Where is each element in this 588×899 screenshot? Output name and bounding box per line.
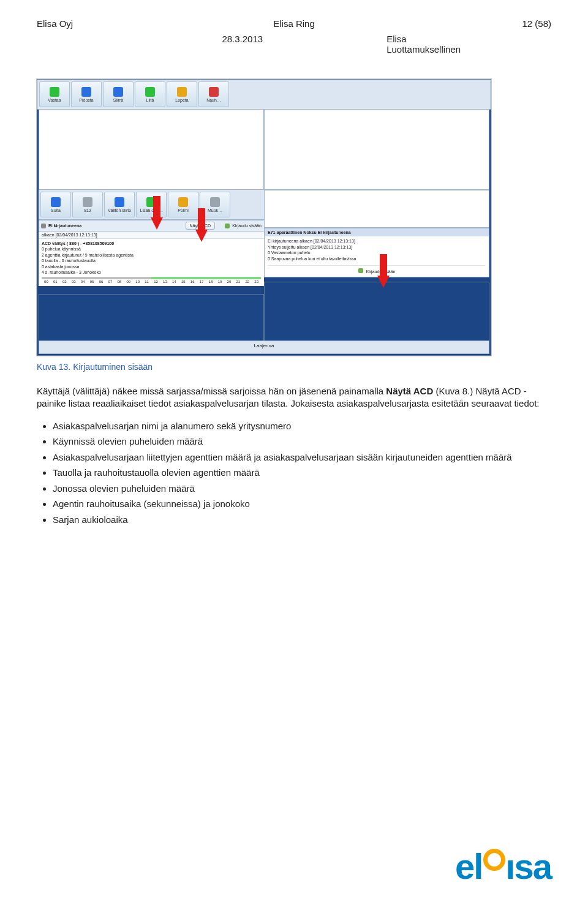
hour-cell: 23 bbox=[252, 277, 261, 284]
hour-cell: 06 bbox=[97, 277, 106, 284]
figure-caption: Kuva 13. Kirjautuminen sisään bbox=[37, 362, 551, 372]
agent-state: Ei kirjautuneena bbox=[48, 224, 81, 228]
page-header: Elisa Oyj Elisa Ring 12 (58) bbox=[37, 18, 551, 29]
hour-cell: 15 bbox=[179, 277, 188, 284]
header-product: Elisa Ring bbox=[208, 18, 380, 29]
hour-cell: 00 bbox=[42, 277, 51, 284]
header-page: 12 (58) bbox=[380, 18, 551, 29]
header-date: 28.3.2013 bbox=[37, 34, 386, 55]
toolbar-button[interactable]: Poimi bbox=[168, 192, 198, 217]
e71-info-line: 0 Vastaamaton puhelu bbox=[268, 250, 486, 255]
list-item: Asiakaspalvelusarjaan liitettyjen agentt… bbox=[53, 451, 551, 464]
toolbar-button[interactable]: Liitä bbox=[135, 81, 165, 107]
list-item: Käynnissä olevien puheluiden määrä bbox=[53, 435, 551, 448]
e71-info-line: Yhteys suljettu alkaen [02/04/2013 12:13… bbox=[268, 244, 486, 250]
toolbar-icon bbox=[51, 197, 61, 207]
header-brand: Elisa bbox=[386, 34, 407, 44]
annotation-arrow-icon bbox=[377, 276, 390, 288]
toolbar-button[interactable]: Lopeta bbox=[167, 81, 197, 107]
login-icon bbox=[358, 268, 363, 273]
acd-title: ACD välitys ( 880 ) - +358108509100 bbox=[42, 241, 261, 246]
blank-right-strip bbox=[264, 190, 489, 228]
toolbar-button[interactable]: Siirrä bbox=[103, 81, 134, 107]
acd-info-panel: ACD välitys ( 880 ) - +358108509100 0 pu… bbox=[39, 239, 264, 286]
acd-info-line: 0 asiakasta jonossa bbox=[42, 264, 261, 269]
e71-info-line: 0 Saapuvaa puhelua kun ei oltu tavoitett… bbox=[268, 256, 486, 261]
action-toolbar-wrap: Soita812Välitön siirtoLisää osa…PoimiMuo… bbox=[39, 190, 264, 286]
hour-cell: 02 bbox=[60, 277, 69, 284]
e71-info-panel: E71-aparaattinen Noksu Ei kirjautuneena … bbox=[264, 228, 489, 277]
toolbar-icon bbox=[145, 87, 155, 97]
hour-cell: 09 bbox=[124, 277, 133, 284]
login-icon bbox=[225, 224, 230, 228]
kirjaudu-button[interactable]: Kirjaudu sisään bbox=[232, 224, 262, 228]
hour-cell: 01 bbox=[51, 277, 60, 284]
e71-title: E71-aparaattinen Noksu Ei kirjautuneena bbox=[265, 228, 489, 236]
toolbar-button[interactable]: Soita bbox=[40, 192, 71, 217]
toolbar-button[interactable]: Lisää osa… bbox=[136, 192, 167, 217]
hour-cell: 13 bbox=[160, 277, 170, 284]
bullet-list: Asiakaspalvelusarjan nimi ja alanumero s… bbox=[37, 420, 551, 526]
list-item: Jonossa olevien puheluiden määrä bbox=[53, 483, 551, 495]
blue-lower-right bbox=[264, 282, 489, 344]
acd-hour-bar: 0001020304050607080910111213141516171819… bbox=[42, 277, 261, 284]
hour-cell: 18 bbox=[206, 277, 216, 284]
call-panel-right bbox=[264, 109, 489, 190]
hour-cell: 20 bbox=[224, 277, 233, 284]
hour-cell: 12 bbox=[151, 277, 160, 284]
blue-lower-left bbox=[39, 294, 264, 344]
hour-cell: 11 bbox=[142, 277, 151, 284]
list-item: Agentin rauhoitusaika (sekunneissa) ja j… bbox=[53, 498, 551, 510]
hour-cell: 21 bbox=[233, 277, 243, 284]
hour-cell: 16 bbox=[188, 277, 197, 284]
para-part1: Käyttäjä (välittäjä) näkee missä sarjass… bbox=[37, 386, 386, 396]
para-bold: Näytä ACD bbox=[386, 386, 433, 396]
hour-cell: 10 bbox=[133, 277, 142, 284]
hour-cell: 03 bbox=[69, 277, 78, 284]
toolbar-button[interactable]: Pidosta bbox=[71, 81, 102, 107]
toolbar-icon bbox=[210, 197, 220, 207]
app-screenshot: VastaaPidostaSiirräLiitäLopetaNauh… Soit… bbox=[37, 79, 491, 356]
acd-info-line: 0 tauolla - 0 rauhoitustauolla bbox=[42, 258, 261, 263]
list-item: Asiakaspalvelusarjan nimi ja alanumero s… bbox=[53, 420, 551, 432]
toolbar-icon bbox=[115, 197, 124, 207]
hour-cell: 05 bbox=[88, 277, 97, 284]
action-toolbar: Soita812Välitön siirtoLisää osa…PoimiMuo… bbox=[40, 191, 263, 218]
toolbar-icon bbox=[83, 197, 92, 207]
agent-state-since: alkaen [02/04/2013 12:13:13] bbox=[39, 231, 264, 239]
right-column: E71-aparaattinen Noksu Ei kirjautuneena … bbox=[264, 190, 489, 344]
toolbar-icon bbox=[113, 87, 123, 97]
acd-info-line: 4 s. rauhoitusaika - 3 Jonokoko bbox=[42, 269, 261, 275]
toolbar-icon bbox=[50, 87, 59, 97]
header-company: Elisa Oyj bbox=[37, 18, 208, 29]
toolbar-icon bbox=[209, 87, 219, 97]
hour-cell: 22 bbox=[243, 277, 252, 284]
body-paragraph: Käyttäjä (välittäjä) näkee missä sarjass… bbox=[37, 385, 551, 410]
toolbar-icon bbox=[81, 87, 91, 97]
acd-info-line: 0 puhelua käynnissä bbox=[42, 246, 261, 252]
e71-info-line: Ei kirjautuneena alkaen [02/04/2013 12:1… bbox=[268, 238, 486, 244]
call-panel-left bbox=[39, 109, 264, 190]
hour-cell: 19 bbox=[216, 277, 225, 284]
toolbar-button[interactable]: Vastaa bbox=[39, 81, 70, 107]
toolbar-icon bbox=[178, 197, 188, 207]
hour-cell: 07 bbox=[105, 277, 115, 284]
hour-cell: 08 bbox=[115, 277, 124, 284]
list-item: Tauolla ja rauhoitustauolla olevien agen… bbox=[53, 467, 551, 479]
acd-info-line: 2 agenttia kirjautunut / 9 mahdollisesta… bbox=[42, 252, 261, 258]
toolbar-button[interactable]: 812 bbox=[72, 192, 103, 217]
hour-cell: 14 bbox=[170, 277, 179, 284]
presence-icon bbox=[41, 224, 46, 228]
annotation-arrow-icon bbox=[151, 217, 163, 230]
toolbar-button[interactable]: Nauh… bbox=[198, 81, 229, 107]
call-toolbar: VastaaPidostaSiirräLiitäLopetaNauh… bbox=[37, 80, 491, 110]
hour-cell: 17 bbox=[197, 277, 206, 284]
annotation-arrow-icon bbox=[195, 230, 208, 242]
list-item: Sarjan aukioloaika bbox=[53, 514, 551, 526]
header-confidential: Luottamuksellinen bbox=[386, 44, 461, 55]
toolbar-button[interactable]: Välitön siirto bbox=[104, 192, 135, 217]
toolbar-icon bbox=[177, 87, 187, 97]
expand-button[interactable]: Laajenna bbox=[39, 340, 489, 354]
page-subheader: 28.3.2013 Elisa Luottamuksellinen bbox=[37, 34, 551, 55]
hour-cell: 04 bbox=[78, 277, 88, 284]
